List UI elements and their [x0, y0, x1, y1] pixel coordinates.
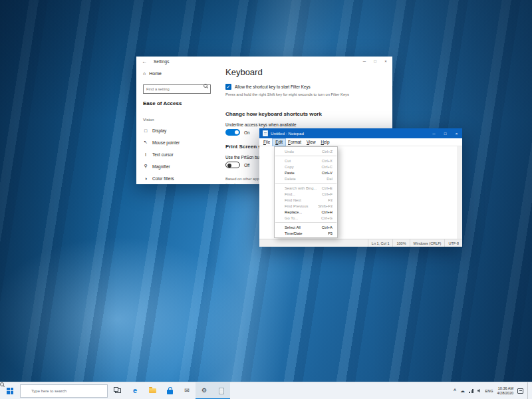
- taskbar-icon-edge[interactable]: e: [126, 382, 144, 399]
- edit-menu-item-find-next[interactable]: Find Next F3: [275, 197, 337, 203]
- clock-date: 4/28/2020: [497, 391, 513, 396]
- sidebar-item-label: Display: [152, 128, 166, 133]
- menu-item-label: Find Previous: [285, 204, 308, 208]
- settings-titlebar[interactable]: ← Settings ─ □ ×: [136, 57, 392, 66]
- status-encoding: UTF-8: [444, 239, 462, 247]
- underline-toggle-state: On: [244, 130, 249, 135]
- menu-item-shortcut: Ctrl+V: [322, 171, 332, 175]
- sidebar-item-home[interactable]: ⌂ Home: [143, 71, 211, 76]
- edit-menu-item-replace[interactable]: Replace... Ctrl+H: [275, 209, 337, 215]
- task-view-button[interactable]: [109, 382, 126, 399]
- menu-separator: [275, 222, 336, 223]
- sidebar-item-label: Text cursor: [152, 152, 174, 157]
- sidebar-item-magnifier[interactable]: ⚲ Magnifier: [143, 160, 211, 172]
- edit-menu-item-copy[interactable]: Copy Ctrl+C: [275, 164, 337, 170]
- status-cursor-position: Ln 1, Col 1: [368, 239, 393, 247]
- menu-item-shortcut: Ctrl+Z: [322, 150, 332, 154]
- menu-item-label: Find...: [285, 192, 295, 196]
- notepad-minimize-button[interactable]: ─: [428, 128, 440, 138]
- home-label: Home: [149, 71, 162, 76]
- edit-menu-item-select-all[interactable]: Select All Ctrl+A: [275, 224, 337, 230]
- menu-file[interactable]: File: [261, 139, 273, 146]
- menu-edit[interactable]: Edit: [273, 139, 285, 146]
- tray-chevron-up-icon[interactable]: ^: [454, 388, 456, 393]
- desktop: ← Settings ─ □ × ⌂ Home Ease of Access V…: [0, 0, 532, 399]
- edit-menu-item-undo[interactable]: Undo Ctrl+Z: [275, 148, 337, 154]
- clock-time: 10:36 AM: [497, 386, 513, 391]
- notepad-window: Untitled - Notepad ─ □ × File Edit Forma…: [259, 128, 462, 247]
- notepad-close-button[interactable]: ×: [451, 128, 462, 138]
- menu-item-label: Delete: [285, 177, 296, 181]
- notepad-titlebar[interactable]: Untitled - Notepad ─ □ ×: [259, 128, 462, 138]
- taskbar-search[interactable]: Type here to search: [20, 384, 108, 398]
- menu-item-shortcut: Ctrl+G: [321, 216, 332, 220]
- menu-item-label: Cut: [285, 159, 291, 163]
- menu-item-shortcut: Shift+F3: [318, 204, 332, 208]
- menu-item-label: Undo: [285, 150, 294, 154]
- onedrive-cloud-icon[interactable]: ☁: [460, 388, 465, 393]
- notepad-scrollbar[interactable]: [458, 146, 462, 239]
- filter-keys-checkbox-row[interactable]: ✓ Allow the shortcut key to start Filter…: [225, 84, 384, 90]
- edit-menu-item-go-to[interactable]: Go To... Ctrl+G: [275, 215, 337, 221]
- filter-keys-checkbox-label: Allow the shortcut key to start Filter K…: [235, 84, 311, 89]
- menu-item-label: Search with Bing...: [285, 186, 317, 190]
- notepad-app-icon: [263, 130, 268, 136]
- menu-item-shortcut: Ctrl+C: [321, 165, 332, 169]
- menu-format[interactable]: Format: [285, 139, 304, 146]
- menu-item-shortcut: F3: [328, 198, 332, 202]
- toggle-knob: [227, 164, 231, 168]
- settings-maximize-button[interactable]: □: [370, 57, 380, 66]
- settings-minimize-button[interactable]: ─: [359, 57, 370, 66]
- toggle-knob: [235, 130, 239, 134]
- status-line-ending: Windows (CRLF): [410, 239, 445, 247]
- sidebar-item-text-cursor[interactable]: I Text cursor: [143, 148, 211, 160]
- volume-icon[interactable]: [477, 389, 481, 393]
- prtscn-toggle-state: Off: [244, 163, 249, 168]
- taskbar-icon-microsoft-store[interactable]: [161, 382, 178, 399]
- menu-help[interactable]: Help: [319, 139, 332, 146]
- underline-toggle[interactable]: [225, 129, 240, 136]
- taskbar-icon-mail[interactable]: ✉: [178, 382, 196, 399]
- sidebar-item-label: Magnifier: [152, 164, 170, 169]
- status-zoom: 100%: [392, 239, 409, 247]
- taskbar-icon-notepad[interactable]: [213, 382, 230, 399]
- menu-item-label: Time/Date: [285, 231, 303, 235]
- search-icon: [203, 84, 208, 88]
- settings-search: [143, 81, 211, 94]
- back-icon[interactable]: ←: [142, 59, 147, 65]
- edit-menu-item-find[interactable]: Find... Ctrl+F: [275, 191, 337, 197]
- clock[interactable]: 10:36 AM 4/28/2020: [497, 386, 513, 396]
- edit-menu-item-paste[interactable]: Paste Ctrl+V: [275, 170, 337, 176]
- system-tray: ^ ☁ ENG 10:36 AM 4/28/2020: [454, 382, 532, 399]
- edit-menu-item-search-with-bing[interactable]: Search with Bing... Ctrl+E: [275, 185, 337, 191]
- checkbox-checked-icon[interactable]: ✓: [225, 84, 231, 90]
- settings-sidebar: ⌂ Home Ease of Access Vision □ Display ↖…: [136, 66, 216, 184]
- menu-view[interactable]: View: [304, 139, 319, 146]
- shortcuts-section-heading: Change how keyboard shortcuts work: [225, 111, 384, 117]
- settings-search-input[interactable]: [143, 84, 211, 94]
- menu-item-shortcut: Ctrl+A: [322, 225, 332, 229]
- sidebar-item-color-filters[interactable]: ◑ Color filters: [143, 172, 211, 184]
- microsoft-store-icon: [167, 390, 173, 394]
- language-indicator[interactable]: ENG: [485, 389, 493, 393]
- notepad-maximize-button[interactable]: □: [440, 128, 451, 138]
- edit-menu-item-delete[interactable]: Delete Del: [275, 176, 337, 182]
- network-icon[interactable]: [469, 389, 473, 393]
- edge-icon: e: [133, 387, 137, 394]
- prtscn-toggle[interactable]: [225, 162, 240, 168]
- edit-menu-item-cut[interactable]: Cut Ctrl+X: [275, 158, 337, 164]
- taskbar-icon-file-explorer[interactable]: [144, 382, 161, 399]
- settings-close-button[interactable]: ×: [380, 57, 391, 66]
- menu-item-shortcut: Ctrl+H: [321, 210, 332, 214]
- sidebar-item-mouse-pointer[interactable]: ↖ Mouse pointer: [143, 136, 211, 148]
- display-icon: □: [143, 128, 148, 133]
- action-center-icon[interactable]: [517, 388, 523, 394]
- color-filters-icon: ◑: [143, 176, 148, 181]
- taskbar-icon-settings[interactable]: ⚙: [196, 382, 213, 399]
- sidebar-item-display[interactable]: □ Display: [143, 124, 211, 136]
- underline-access-keys-label: Underline access keys when available: [225, 122, 384, 127]
- edit-menu-item-time-date[interactable]: Time/Date F5: [275, 230, 337, 236]
- edit-menu-item-find-previous[interactable]: Find Previous Shift+F3: [275, 203, 337, 209]
- show-desktop-button[interactable]: [527, 382, 530, 399]
- menu-item-shortcut: Ctrl+E: [322, 186, 332, 190]
